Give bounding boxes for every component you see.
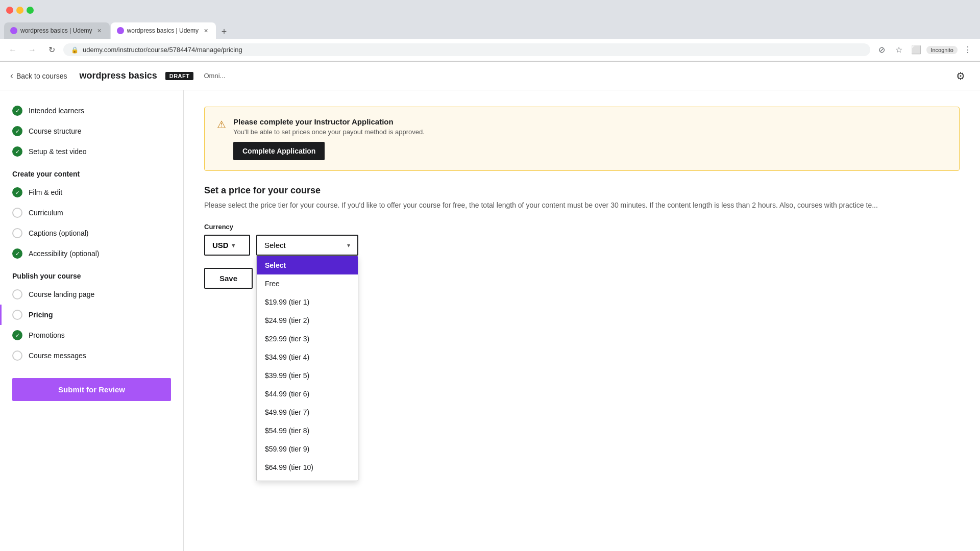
sidebar-item-course-landing[interactable]: Course landing page xyxy=(0,284,183,305)
sidebar-item-captions[interactable]: Captions (optional) xyxy=(0,223,183,243)
check-icon-course-landing xyxy=(12,289,22,299)
nav-bar: ← → ↻ 🔒 udemy.com/instructor/course/5784… xyxy=(0,39,980,61)
price-dropdown-wrapper: Select ▾ SelectFree$19.99 (tier 1)$24.99… xyxy=(256,235,358,256)
dropdown-option-29.99[interactable]: $29.99 (tier 3) xyxy=(257,330,358,348)
app-header: ‹ Back to courses wordpress basics DRAFT… xyxy=(0,62,980,90)
sidebar-item-accessibility[interactable]: ✓ Accessibility (optional) xyxy=(0,243,183,264)
warning-actions: Complete Application xyxy=(233,142,425,160)
nav-extras: ⊘ ☆ ⬜ Incognito ⋮ xyxy=(874,43,975,57)
forward-button[interactable]: → xyxy=(24,42,40,58)
bookmark-button[interactable]: ☆ xyxy=(892,43,906,57)
browser-chrome: wordpress basics | Udemy ✕ wordpress bas… xyxy=(0,0,980,62)
tab-1-label: wordpress basics | Udemy xyxy=(20,27,92,34)
dropdown-option-54.99[interactable]: $54.99 (tier 8) xyxy=(257,421,358,440)
check-icon-course-messages xyxy=(12,350,22,361)
price-select-button[interactable]: Select ▾ xyxy=(256,235,358,256)
sidebar-label-setup-test: Setup & test video xyxy=(29,147,87,156)
tabs-bar: wordpress basics | Udemy ✕ wordpress bas… xyxy=(0,20,980,39)
dropdown-option-39.99[interactable]: $39.99 (tier 5) xyxy=(257,366,358,385)
omni-label: Omni... xyxy=(204,72,225,80)
check-icon-promotions: ✓ xyxy=(12,330,22,340)
dropdown-option-select[interactable]: Select xyxy=(257,256,358,274)
course-title: wordpress basics xyxy=(80,70,157,81)
dropdown-option-59.99[interactable]: $59.99 (tier 9) xyxy=(257,440,358,458)
app-container: ‹ Back to courses wordpress basics DRAFT… xyxy=(0,62,980,551)
settings-button[interactable]: ⚙ xyxy=(951,67,970,85)
sidebar-section-create: Create your content ✓ Film & edit Curric… xyxy=(0,166,183,264)
warning-content: Please complete your Instructor Applicat… xyxy=(233,117,425,160)
sidebar-item-pricing[interactable]: Pricing xyxy=(0,305,183,325)
sidebar-label-captions: Captions (optional) xyxy=(29,229,89,237)
back-to-courses-link[interactable]: ‹ Back to courses xyxy=(10,70,67,81)
warning-description: You'll be able to set prices once your p… xyxy=(233,128,425,136)
currency-value: USD xyxy=(212,241,229,249)
sidebar-label-course-structure: Course structure xyxy=(29,127,81,135)
title-bar xyxy=(0,0,980,20)
close-window-button[interactable] xyxy=(6,7,13,14)
check-icon-pricing xyxy=(12,310,22,320)
sidebar-item-promotions[interactable]: ✓ Promotions xyxy=(0,325,183,345)
sidebar-item-course-messages[interactable]: Course messages xyxy=(0,345,183,366)
body-layout: ✓ Intended learners ✓ Course structure ✓… xyxy=(0,90,980,551)
sidebar-section-publish: Publish your course Course landing page … xyxy=(0,268,183,366)
check-icon-curriculum xyxy=(12,208,22,218)
address-bar[interactable]: 🔒 udemy.com/instructor/course/5784474/ma… xyxy=(63,43,870,56)
refresh-button[interactable]: ↻ xyxy=(44,42,59,58)
back-arrow-icon: ‹ xyxy=(10,70,13,81)
publish-course-title: Publish your course xyxy=(0,268,183,284)
currency-label: Currency xyxy=(204,223,960,231)
price-row: USD ▾ Select ▾ SelectFree$19.99 (tier 1)… xyxy=(204,235,960,256)
window-controls xyxy=(6,7,34,14)
check-icon-setup-test: ✓ xyxy=(12,146,22,157)
dropdown-option-49.99[interactable]: $49.99 (tier 7) xyxy=(257,403,358,421)
save-button[interactable]: Save xyxy=(204,268,253,289)
create-content-title: Create your content xyxy=(0,166,183,182)
tab-2-label: wordpress basics | Udemy xyxy=(127,27,199,34)
main-content: ⚠ Please complete your Instructor Applic… xyxy=(184,90,980,551)
maximize-window-button[interactable] xyxy=(27,7,34,14)
minimize-window-button[interactable] xyxy=(16,7,23,14)
submit-for-review-button[interactable]: Submit for Review xyxy=(12,378,171,401)
sidebar-label-intended-learners: Intended learners xyxy=(29,107,84,115)
sidebar-item-film-edit[interactable]: ✓ Film & edit xyxy=(0,182,183,203)
dropdown-option-24.99[interactable]: $24.99 (tier 2) xyxy=(257,311,358,330)
set-price-title: Set a price for your course xyxy=(204,185,960,196)
warning-title: Please complete your Instructor Applicat… xyxy=(233,117,425,126)
sidebar-item-setup-test-video[interactable]: ✓ Setup & test video xyxy=(0,141,183,162)
price-dropdown-scroll[interactable]: SelectFree$19.99 (tier 1)$24.99 (tier 2)… xyxy=(257,256,358,481)
profile-button[interactable]: ⬜ xyxy=(909,43,923,57)
sidebar-label-course-landing: Course landing page xyxy=(29,290,94,298)
no-camera-icon[interactable]: ⊘ xyxy=(874,43,889,57)
tab-1-favicon xyxy=(10,27,17,34)
complete-application-button[interactable]: Complete Application xyxy=(233,142,325,160)
set-price-desc: Please select the price tier for your co… xyxy=(204,200,960,211)
currency-select[interactable]: USD ▾ xyxy=(204,235,250,256)
sidebar-section-setup: ✓ Intended learners ✓ Course structure ✓… xyxy=(0,101,183,162)
incognito-badge: Incognito xyxy=(926,46,958,54)
tab-1-close[interactable]: ✕ xyxy=(95,27,104,35)
dropdown-option-69.99[interactable]: $69.99 (tier 11) xyxy=(257,477,358,481)
sidebar-item-intended-learners[interactable]: ✓ Intended learners xyxy=(0,101,183,121)
dropdown-option-free[interactable]: Free xyxy=(257,274,358,293)
dropdown-option-19.99[interactable]: $19.99 (tier 1) xyxy=(257,293,358,311)
lock-icon: 🔒 xyxy=(71,46,79,54)
sidebar-label-accessibility: Accessibility (optional) xyxy=(29,249,100,258)
draft-badge: DRAFT xyxy=(165,72,194,80)
back-to-courses-label: Back to courses xyxy=(16,72,67,80)
tab-1[interactable]: wordpress basics | Udemy ✕ xyxy=(4,22,110,39)
address-text: udemy.com/instructor/course/5784474/mana… xyxy=(83,46,242,54)
sidebar-item-curriculum[interactable]: Curriculum xyxy=(0,203,183,223)
price-select-label: Select xyxy=(264,241,286,249)
dropdown-option-44.99[interactable]: $44.99 (tier 6) xyxy=(257,385,358,403)
sidebar-item-course-structure[interactable]: ✓ Course structure xyxy=(0,121,183,141)
menu-button[interactable]: ⋮ xyxy=(961,43,975,57)
check-icon-intended-learners: ✓ xyxy=(12,106,22,116)
price-dropdown-menu: SelectFree$19.99 (tier 1)$24.99 (tier 2)… xyxy=(256,256,358,481)
tab-2[interactable]: wordpress basics | Udemy ✕ xyxy=(111,22,216,39)
price-chevron-icon: ▾ xyxy=(347,242,350,249)
tab-2-close[interactable]: ✕ xyxy=(202,27,210,35)
dropdown-option-34.99[interactable]: $34.99 (tier 4) xyxy=(257,348,358,366)
dropdown-option-64.99[interactable]: $64.99 (tier 10) xyxy=(257,458,358,477)
back-button[interactable]: ← xyxy=(5,42,20,58)
new-tab-button[interactable]: + xyxy=(217,24,231,39)
